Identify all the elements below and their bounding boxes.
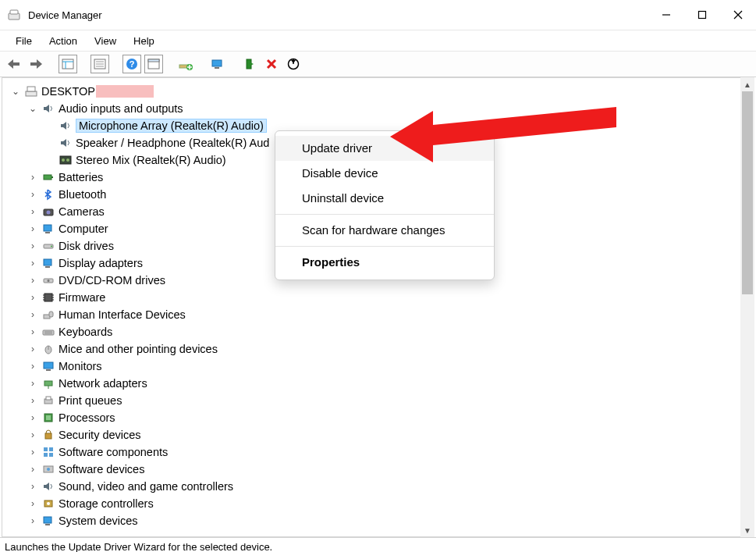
window-controls (648, 0, 756, 30)
scroll-down-icon[interactable]: ▼ (744, 523, 751, 537)
properties-button[interactable] (91, 55, 109, 73)
expand-icon[interactable]: › (27, 344, 38, 354)
svg-rect-1 (10, 10, 18, 14)
expand-icon[interactable]: › (27, 515, 38, 526)
tree-category-sound[interactable]: ›Sound, video and game controllers (27, 478, 754, 495)
ctx-properties[interactable]: Properties (275, 250, 494, 275)
menu-view[interactable]: View (87, 33, 124, 49)
expand-icon[interactable]: › (27, 223, 38, 234)
close-button[interactable] (720, 0, 756, 30)
properties-sheet-button[interactable] (144, 55, 163, 73)
enable-device-button[interactable] (240, 55, 259, 73)
tree-category-system[interactable]: ›System devices (27, 512, 754, 529)
cpu-icon (41, 411, 55, 425)
speaker-icon (41, 101, 55, 116)
collapse-icon[interactable]: ⌄ (27, 103, 38, 114)
expand-icon[interactable]: › (27, 172, 38, 183)
scroll-thumb[interactable] (742, 91, 753, 294)
expand-icon[interactable]: › (27, 429, 38, 440)
tree-root[interactable]: ⌄ DESKTOP (10, 83, 754, 100)
expand-icon[interactable]: › (27, 258, 38, 269)
ctx-disable-device[interactable]: Disable device (275, 161, 494, 186)
update-driver-button[interactable] (176, 55, 195, 73)
computer-icon (24, 84, 38, 98)
tree-node-label: Mice and other pointing devices (59, 343, 218, 355)
monitor-icon (41, 359, 55, 373)
tree-category-audio[interactable]: ⌄ Audio inputs and outputs (27, 100, 754, 117)
menubar: File Action View Help (0, 30, 756, 52)
tree-category-monitors[interactable]: ›Monitors (27, 358, 754, 375)
collapse-icon[interactable]: ⌄ (10, 86, 21, 97)
forward-button[interactable] (27, 55, 45, 73)
tree-category-security-devices[interactable]: ›Security devices (27, 426, 754, 443)
svg-point-32 (62, 158, 65, 162)
tree-category-software-devices[interactable]: ›Software devices (27, 461, 754, 478)
statusbar: Launches the Update Driver Wizard for th… (0, 538, 756, 552)
tree-category-network[interactable]: ›Network adapters (27, 375, 754, 392)
maximize-button[interactable] (684, 0, 720, 30)
menu-action[interactable]: Action (41, 33, 85, 49)
svg-rect-60 (44, 362, 53, 369)
uninstall-device-button[interactable] (262, 55, 281, 73)
expand-icon[interactable]: › (27, 206, 38, 217)
svg-rect-38 (44, 225, 51, 231)
svg-rect-3 (699, 12, 706, 19)
expand-icon[interactable]: › (27, 292, 38, 303)
svg-rect-62 (44, 381, 52, 386)
tree-category-storage[interactable]: ›Storage controllers (27, 495, 754, 512)
tree-category-keyboards[interactable]: ›Keyboards (27, 323, 754, 340)
tree-node-label: Audio inputs and outputs (59, 102, 183, 115)
tree-node-label: Cameras (59, 205, 105, 218)
tree-node-label: Network adapters (59, 377, 147, 390)
expand-icon[interactable]: › (27, 464, 38, 475)
disable-device-button[interactable] (284, 55, 303, 73)
storage-icon (41, 497, 55, 511)
expand-icon[interactable]: › (27, 498, 38, 509)
svg-point-45 (48, 280, 50, 282)
svg-rect-78 (45, 524, 50, 525)
minimize-button[interactable] (648, 0, 684, 30)
menu-file[interactable]: File (8, 33, 40, 49)
svg-rect-67 (46, 415, 51, 420)
ctx-separator (275, 214, 494, 215)
tree-category-software-components[interactable]: ›Software components (27, 443, 754, 461)
expand-icon[interactable]: › (27, 189, 38, 200)
hdd-icon (41, 239, 55, 253)
expand-icon[interactable]: › (27, 326, 38, 337)
svg-rect-18 (148, 59, 159, 62)
scroll-up-icon[interactable]: ▲ (744, 77, 751, 91)
system-icon (41, 514, 55, 528)
svg-rect-65 (46, 397, 51, 400)
expand-icon[interactable]: › (27, 275, 38, 286)
svg-point-33 (66, 158, 69, 162)
expand-icon[interactable]: › (27, 412, 38, 423)
expand-icon[interactable]: › (27, 361, 38, 372)
tree-category-processors[interactable]: ›Processors (27, 409, 754, 426)
ctx-update-driver[interactable]: Update driver (275, 136, 494, 161)
svg-point-76 (47, 502, 50, 505)
menu-help[interactable]: Help (126, 33, 162, 49)
help-button[interactable]: ? (122, 55, 141, 73)
tree-category-mice[interactable]: ›Mice and other pointing devices (27, 340, 754, 358)
expand-icon[interactable]: › (27, 309, 38, 320)
tree-node-label: Storage controllers (59, 497, 154, 510)
expand-icon[interactable]: › (27, 447, 38, 458)
software-device-icon (41, 462, 55, 476)
expand-icon[interactable]: › (27, 481, 38, 492)
tree-node-label: Print queues (59, 394, 122, 407)
expand-icon[interactable]: › (27, 395, 38, 406)
tree-category-print-queues[interactable]: ›Print queues (27, 392, 754, 409)
tree-category-hid[interactable]: ›Human Interface Devices (27, 306, 754, 323)
show-hide-tree-button[interactable] (59, 55, 77, 73)
vertical-scrollbar[interactable]: ▲ ▼ (740, 77, 754, 537)
ctx-uninstall-device[interactable]: Uninstall device (275, 186, 494, 211)
expand-icon[interactable]: › (27, 240, 38, 251)
scan-hardware-button[interactable] (208, 55, 227, 73)
keyboard-icon (41, 325, 55, 339)
svg-rect-29 (26, 91, 37, 96)
expand-icon[interactable]: › (27, 378, 38, 389)
back-button[interactable] (5, 55, 23, 73)
tree-category-firmware[interactable]: ›Firmware (27, 289, 754, 306)
svg-rect-61 (46, 369, 51, 371)
ctx-scan-hardware[interactable]: Scan for hardware changes (275, 218, 494, 243)
